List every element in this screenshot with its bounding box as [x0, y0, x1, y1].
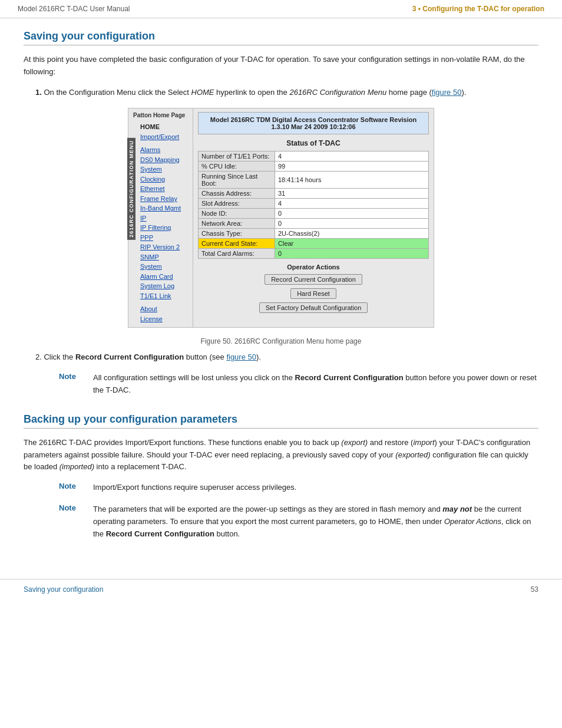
status-value: 0	[275, 219, 429, 229]
nav-frame-relay[interactable]: Frame Relay	[140, 194, 188, 204]
status-label: Slot Address:	[199, 199, 275, 209]
nav-about[interactable]: About	[140, 304, 188, 314]
footer-left: Saving your configuration	[24, 585, 103, 594]
step2: 2. Click the Record Current Configuratio…	[35, 351, 538, 364]
note2-text: Import/Export functions require superuse…	[93, 482, 296, 494]
hard-reset-button[interactable]: Hard Reset	[290, 288, 336, 299]
note3-text: The parameters that will be exported are…	[93, 503, 538, 540]
status-table: Number of T1/E1 Ports:4% CPU Idle:99Runn…	[198, 151, 429, 259]
note1-text: All configuration settings will be lost …	[93, 372, 538, 397]
step1-text1: On the Configuration Menu click the Sele…	[44, 88, 191, 97]
operator-actions-title: Operator Actions	[198, 263, 429, 271]
step1-italic1: HOME	[191, 88, 214, 97]
step1-italic2: 2616RC Configuration Menu	[289, 88, 386, 97]
status-label: Total Card Alarms:	[199, 249, 275, 259]
figure-container: Patton Home Page 2616RC CONFIGURATION ME…	[128, 108, 434, 328]
nav-alarm-card[interactable]: Alarm Card	[140, 272, 188, 282]
step1-number: 1.	[35, 88, 42, 97]
step2-link[interactable]: figure 50	[226, 353, 256, 361]
patton-home-label: Patton Home Page	[133, 112, 188, 118]
operator-actions: Operator Actions Record Current Configur…	[198, 263, 429, 314]
status-value: 0	[275, 249, 429, 259]
note1-label: Note	[59, 372, 88, 381]
step2-text1: 2. Click the	[35, 353, 75, 361]
note2-label: Note	[59, 482, 88, 490]
step2-bold: Record Current Configuration	[75, 353, 184, 361]
status-value: Clear	[275, 239, 429, 249]
figure-caption: Figure 50. 2616RC Configuration Menu hom…	[24, 337, 538, 345]
section2-heading: Backing up your configuration parameters	[24, 413, 538, 429]
status-label: Number of T1/E1 Ports:	[199, 151, 275, 162]
nav-ip-filtering[interactable]: IP Filtering	[140, 223, 188, 233]
step1-text4: ).	[461, 88, 466, 97]
section2-intro: The 2616RC T-DAC provides Import/Export …	[24, 437, 538, 473]
status-value: 2U-Chassis(2)	[275, 229, 429, 239]
banner-box: Model 2616RC TDM Digital Access Concentr…	[198, 112, 429, 134]
step2-text2: button (see	[184, 353, 226, 361]
status-label: Running Since Last Boot:	[199, 172, 275, 189]
step1-text2: hyperlink to open the	[214, 88, 290, 97]
nav-system[interactable]: System	[140, 262, 188, 272]
status-label: Chassis Type:	[199, 229, 275, 239]
status-value: 31	[275, 189, 429, 199]
nav-ppp[interactable]: PPP	[140, 233, 188, 243]
sidebar-nav: Patton Home Page 2616RC CONFIGURATION ME…	[128, 108, 193, 327]
note3-block: Note The parameters that will be exporte…	[59, 503, 538, 540]
step1: 1. On the Configuration Menu click the S…	[35, 87, 538, 99]
nav-system-log[interactable]: System Log	[140, 281, 188, 291]
status-label: Node ID:	[199, 209, 275, 219]
header-left: Model 2616RC T-DAC User Manual	[18, 5, 130, 13]
nav-alarms[interactable]: Alarms	[140, 145, 188, 155]
section1-heading: Saving your configuration	[24, 30, 538, 45]
nav-snmp[interactable]: SNMP	[140, 252, 188, 262]
note1-block: Note All configuration settings will be …	[59, 372, 538, 397]
page-footer: Saving your configuration 53	[0, 579, 562, 599]
nav-ethernet[interactable]: Ethernet	[140, 184, 188, 194]
nav-rip-version-2[interactable]: RIP Version 2	[140, 242, 188, 252]
status-value: 18:41:14 hours	[275, 172, 429, 189]
status-label: Chassis Address:	[199, 189, 275, 199]
factory-default-button[interactable]: Set Factory Default Configuration	[259, 302, 368, 313]
status-label: % CPU Idle:	[199, 162, 275, 172]
status-value: 4	[275, 151, 429, 162]
nav-ip[interactable]: IP	[140, 213, 188, 223]
status-value: 99	[275, 162, 429, 172]
footer-right: 53	[531, 585, 538, 594]
status-value: 4	[275, 199, 429, 209]
nav-in-band-mgmt[interactable]: In-Band Mgmt	[140, 203, 188, 213]
nav-t1e1-link[interactable]: T1/E1 Link	[140, 291, 188, 301]
nav-system-clocking[interactable]: System Clocking	[140, 164, 188, 184]
step1-text3: home page (	[386, 88, 432, 97]
status-value: 0	[275, 209, 429, 219]
header-right: 3 • Configuring the T-DAC for operation	[412, 5, 544, 13]
page-header: Model 2616RC T-DAC User Manual 3 • Confi…	[0, 0, 562, 18]
nav-import-export[interactable]: Import/Export	[140, 132, 188, 142]
figure-inner: Patton Home Page 2616RC CONFIGURATION ME…	[128, 108, 434, 327]
status-label: Current Card State:	[199, 239, 275, 249]
status-label: Network Area:	[199, 219, 275, 229]
nav-license[interactable]: License	[140, 314, 188, 324]
note2-block: Note Import/Export functions require sup…	[59, 482, 538, 494]
step1-link[interactable]: figure 50	[432, 88, 462, 97]
main-content: Saving your configuration At this point …	[0, 18, 562, 561]
step2-text3: ).	[256, 353, 261, 361]
note3-label: Note	[59, 503, 88, 512]
main-panel: Model 2616RC TDM Digital Access Concentr…	[193, 108, 434, 327]
section1-intro: At this point you have completed the bas…	[24, 54, 538, 78]
nav-home[interactable]: HOME	[140, 122, 188, 132]
status-heading: Status of T-DAC	[198, 139, 429, 147]
vertical-label: 2616RC CONFIGURATION MENU	[127, 138, 135, 240]
record-config-button[interactable]: Record Current Configuration	[265, 274, 362, 285]
nav-ds0-mapping[interactable]: DS0 Mapping	[140, 155, 188, 165]
